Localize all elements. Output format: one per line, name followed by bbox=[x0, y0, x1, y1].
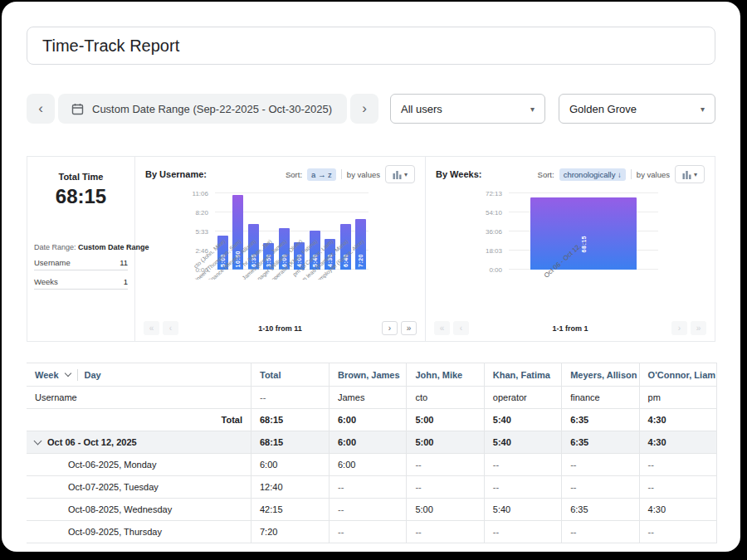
summary-weeks-count: Weeks1 bbox=[34, 270, 128, 290]
day-row: Oct-09-2025, Thursday7:20---------- bbox=[27, 521, 716, 543]
by-username-pagination: «‹1-10 from 11›» bbox=[144, 321, 417, 335]
chevron-down-icon: ▾ bbox=[530, 105, 535, 114]
value-cell: 5:40 bbox=[484, 431, 561, 453]
value-cell: -- bbox=[561, 521, 638, 543]
value-cell: cto bbox=[406, 387, 483, 408]
by-username-chart-panel: By Username: Sort: a → z by values ▾ 11:… bbox=[135, 157, 426, 341]
y-axis-tick: 11:06 bbox=[135, 190, 208, 197]
value-cell: 5:00 bbox=[406, 499, 483, 520]
value-cell: 6:00 bbox=[329, 431, 406, 453]
next-date-range-button[interactable]: › bbox=[350, 94, 378, 124]
group-filter-value: Golden Grove bbox=[569, 103, 637, 115]
value-cell: 6:00 bbox=[251, 454, 329, 475]
value-cell: 4:30 bbox=[639, 499, 716, 520]
page-next-button: › bbox=[671, 321, 687, 335]
value-cell: -- bbox=[406, 521, 483, 543]
toolbar: ‹ Custom Date Range (Sep-22-2025 - Oct-3… bbox=[27, 94, 715, 124]
chart-type-button[interactable]: ▾ bbox=[385, 165, 415, 183]
day-label: Oct-08-2025, Wednesday bbox=[35, 504, 172, 514]
chevron-down-icon: ▾ bbox=[404, 171, 408, 178]
page-last-button[interactable]: » bbox=[401, 321, 417, 335]
y-axis-tick: 54:10 bbox=[426, 209, 502, 217]
report-title-input[interactable]: Time-Track Report bbox=[27, 27, 715, 65]
value-cell: 5:40 bbox=[484, 499, 561, 520]
week-column-label: Week bbox=[35, 370, 59, 380]
summary-panel: Total Time 68:15 Date Range: Custom Date… bbox=[27, 157, 135, 341]
value-cell: -- bbox=[406, 476, 483, 498]
date-range-label: Custom Date Range (Sep-22-2025 - Oct-30-… bbox=[92, 103, 332, 115]
value-cell: -- bbox=[329, 499, 406, 520]
value-cell: 12:40 bbox=[251, 476, 329, 498]
page-first-button: « bbox=[144, 321, 159, 335]
total-row-label-cell: Total bbox=[27, 409, 251, 431]
page-next-button[interactable]: › bbox=[382, 321, 398, 335]
day-label: Oct-06-2025, Monday bbox=[35, 460, 156, 470]
value-cell: 4:30 bbox=[639, 431, 716, 453]
value-cell: 6:00 bbox=[329, 409, 406, 431]
value-cell: 5:40 bbox=[484, 409, 561, 431]
day-column-label: Day bbox=[85, 370, 101, 380]
value-cell: -- bbox=[561, 476, 638, 498]
value-cell: -- bbox=[639, 454, 716, 475]
value-cell: -- bbox=[484, 476, 561, 498]
value-cell: 68:15 bbox=[251, 409, 329, 431]
day-row: Oct-08-2025, Wednesday42:15--5:005:406:3… bbox=[27, 499, 716, 521]
column-header-cell: O'Connor, Liam bbox=[639, 363, 716, 386]
page-prev-button: ‹ bbox=[453, 321, 469, 335]
username-row-label-cell: Username bbox=[27, 387, 251, 408]
week-sort-control[interactable]: Week bbox=[35, 370, 71, 380]
week-row[interactable]: Oct 06 - Oct 12, 202568:156:005:005:406:… bbox=[27, 431, 716, 454]
total-label: Total bbox=[222, 415, 242, 425]
value-cell: 5:00 bbox=[406, 431, 483, 453]
y-axis-tick: 8:20 bbox=[135, 209, 208, 217]
sort-by-values-button[interactable]: by values bbox=[637, 170, 670, 179]
total-time-value: 68:15 bbox=[34, 185, 128, 208]
sort-label: Sort: bbox=[286, 170, 302, 179]
chart-type-button[interactable]: ▾ bbox=[675, 165, 705, 183]
page-first-button: « bbox=[434, 321, 450, 335]
pagination-label: 1-1 from 1 bbox=[552, 324, 588, 333]
day-row-label-cell: Oct-07-2025, Tuesday bbox=[27, 476, 251, 498]
chevron-down-icon[interactable] bbox=[34, 436, 42, 445]
bar-chart-icon bbox=[682, 170, 691, 179]
by-weeks-chart-panel: By Weeks: Sort: chronologically ↓ by val… bbox=[426, 157, 715, 341]
value-cell: pm bbox=[639, 387, 716, 408]
day-row-label-cell: Oct-09-2025, Thursday bbox=[27, 521, 251, 543]
value-cell: James bbox=[329, 387, 406, 408]
value-cell: 5:00 bbox=[406, 409, 483, 431]
by-username-title: By Username: bbox=[145, 169, 207, 179]
chevron-down-icon bbox=[64, 369, 71, 376]
value-cell: -- bbox=[484, 521, 561, 543]
date-range-picker[interactable]: Custom Date Range (Sep-22-2025 - Oct-30-… bbox=[58, 94, 347, 124]
y-axis-tick: 72:13 bbox=[426, 190, 502, 197]
sort-chronologically-button[interactable]: chronologically ↓ bbox=[559, 168, 626, 181]
value-cell: -- bbox=[639, 521, 716, 543]
sort-alphabetical-button[interactable]: a → z bbox=[307, 168, 336, 181]
username-label: Username bbox=[35, 392, 77, 402]
column-header-cell: Khan, Fatima bbox=[484, 363, 561, 386]
charts-section: Total Time 68:15 Date Range: Custom Date… bbox=[27, 156, 715, 342]
users-filter-dropdown[interactable]: All users ▾ bbox=[390, 94, 545, 124]
username-row: Username--Jamesctooperatorfinancepm bbox=[27, 387, 716, 409]
prev-date-range-button[interactable]: ‹ bbox=[27, 94, 55, 124]
divider bbox=[77, 369, 78, 381]
summary-date-range: Date Range: Custom Date Range bbox=[34, 243, 128, 251]
pagination-label: 1-10 from 11 bbox=[258, 324, 302, 333]
sort-by-values-button[interactable]: by values bbox=[347, 170, 380, 179]
sort-label: Sort: bbox=[538, 170, 554, 179]
total-time-label: Total Time bbox=[34, 172, 128, 182]
report-window: Time-Track Report ‹ Custom Date Range (S… bbox=[2, 2, 740, 552]
chevron-down-icon: ▾ bbox=[694, 171, 697, 178]
day-row: Oct-06-2025, Monday6:006:00-------- bbox=[27, 454, 716, 476]
group-filter-dropdown[interactable]: Golden Grove ▾ bbox=[559, 94, 715, 124]
by-weeks-pagination: «‹1-1 from 1›» bbox=[434, 321, 706, 335]
divider bbox=[631, 169, 632, 179]
time-track-table: WeekDayTotalBrown, JamesJohn, MikeKhan, … bbox=[27, 363, 717, 543]
value-cell: -- bbox=[639, 476, 716, 498]
value-cell: -- bbox=[406, 454, 483, 475]
value-cell: 42:15 bbox=[251, 499, 329, 520]
value-cell: finance bbox=[561, 387, 638, 408]
week-row-label-cell: Oct 06 - Oct 12, 2025 bbox=[27, 431, 251, 453]
column-header-cell: Meyers, Allison bbox=[561, 363, 638, 386]
value-cell: -- bbox=[251, 387, 329, 408]
